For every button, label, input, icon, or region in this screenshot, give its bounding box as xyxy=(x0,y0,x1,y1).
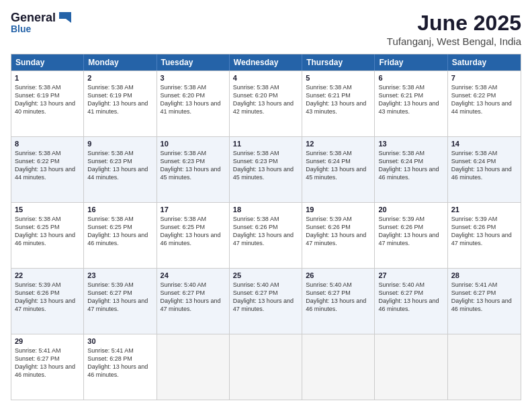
calendar-cell-2-7: 14 Sunrise: 5:38 AMSunset: 6:24 PMDaylig… xyxy=(448,137,521,202)
cell-info: Sunrise: 5:38 AMSunset: 6:23 PMDaylight:… xyxy=(233,150,294,181)
calendar-body: 1 Sunrise: 5:38 AMSunset: 6:19 PMDayligh… xyxy=(11,71,521,400)
cell-info: Sunrise: 5:38 AMSunset: 6:21 PMDaylight:… xyxy=(306,84,366,115)
calendar-cell-2-1: 8 Sunrise: 5:38 AMSunset: 6:22 PMDayligh… xyxy=(11,137,84,202)
day-number: 30 xyxy=(87,337,152,345)
header-friday: Friday xyxy=(375,54,447,71)
cell-info: Sunrise: 5:38 AMSunset: 6:26 PMDaylight:… xyxy=(233,216,294,246)
cell-info: Sunrise: 5:38 AMSunset: 6:25 PMDaylight:… xyxy=(15,216,75,246)
header-thursday: Thursday xyxy=(302,54,375,71)
day-number: 26 xyxy=(306,271,371,279)
day-number: 24 xyxy=(161,271,226,279)
day-number: 28 xyxy=(451,271,517,279)
day-number: 27 xyxy=(378,271,443,279)
calendar-cell-1-1: 1 Sunrise: 5:38 AMSunset: 6:19 PMDayligh… xyxy=(11,71,84,136)
calendar-cell-4-3: 24 Sunrise: 5:40 AMSunset: 6:27 PMDaylig… xyxy=(157,269,230,334)
calendar-cell-3-5: 19 Sunrise: 5:39 AMSunset: 6:26 PMDaylig… xyxy=(302,203,375,268)
calendar-header: SundayMondayTuesdayWednesdayThursdayFrid… xyxy=(11,54,521,71)
month-title: June 2025 xyxy=(387,11,521,36)
calendar-cell-2-2: 9 Sunrise: 5:38 AMSunset: 6:23 PMDayligh… xyxy=(84,137,157,202)
cell-info: Sunrise: 5:40 AMSunset: 6:27 PMDaylight:… xyxy=(378,281,439,312)
day-number: 22 xyxy=(15,271,80,279)
calendar-cell-1-7: 7 Sunrise: 5:38 AMSunset: 6:22 PMDayligh… xyxy=(448,71,521,136)
cell-info: Sunrise: 5:39 AMSunset: 6:26 PMDaylight:… xyxy=(451,216,512,246)
calendar-cell-3-2: 16 Sunrise: 5:38 AMSunset: 6:25 PMDaylig… xyxy=(84,203,157,268)
day-number: 10 xyxy=(161,140,226,148)
calendar-cell-3-4: 18 Sunrise: 5:38 AMSunset: 6:26 PMDaylig… xyxy=(230,203,302,268)
calendar-cell-2-6: 13 Sunrise: 5:38 AMSunset: 6:24 PMDaylig… xyxy=(375,137,447,202)
header: General Blue June 2025 Tufanganj, West B… xyxy=(11,11,521,47)
calendar-cell-1-6: 6 Sunrise: 5:38 AMSunset: 6:21 PMDayligh… xyxy=(375,71,447,136)
day-number: 1 xyxy=(15,74,80,82)
cell-info: Sunrise: 5:38 AMSunset: 6:24 PMDaylight:… xyxy=(451,150,512,181)
header-monday: Monday xyxy=(84,54,157,71)
day-number: 23 xyxy=(87,271,152,279)
calendar-cell-3-7: 21 Sunrise: 5:39 AMSunset: 6:26 PMDaylig… xyxy=(448,203,521,268)
cell-info: Sunrise: 5:38 AMSunset: 6:22 PMDaylight:… xyxy=(451,84,512,115)
cell-info: Sunrise: 5:40 AMSunset: 6:27 PMDaylight:… xyxy=(233,281,294,312)
day-number: 5 xyxy=(306,74,371,82)
calendar-cell-4-2: 23 Sunrise: 5:39 AMSunset: 6:27 PMDaylig… xyxy=(84,269,157,334)
cell-info: Sunrise: 5:41 AMSunset: 6:28 PMDaylight:… xyxy=(87,347,148,378)
day-number: 18 xyxy=(233,205,298,214)
calendar-cell-1-4: 4 Sunrise: 5:38 AMSunset: 6:20 PMDayligh… xyxy=(230,71,302,136)
day-number: 25 xyxy=(233,271,298,279)
calendar: SundayMondayTuesdayWednesdayThursdayFrid… xyxy=(11,54,521,400)
cell-info: Sunrise: 5:39 AMSunset: 6:27 PMDaylight:… xyxy=(87,281,148,312)
cell-info: Sunrise: 5:38 AMSunset: 6:25 PMDaylight:… xyxy=(87,216,148,246)
calendar-cell-4-7: 28 Sunrise: 5:41 AMSunset: 6:27 PMDaylig… xyxy=(448,269,521,334)
cell-info: Sunrise: 5:41 AMSunset: 6:27 PMDaylight:… xyxy=(15,347,75,378)
logo-general: General xyxy=(11,11,56,25)
svg-marker-1 xyxy=(66,19,71,23)
day-number: 6 xyxy=(378,74,443,82)
calendar-cell-5-2: 30 Sunrise: 5:41 AMSunset: 6:28 PMDaylig… xyxy=(84,334,157,400)
day-number: 4 xyxy=(233,74,298,82)
cell-info: Sunrise: 5:38 AMSunset: 6:20 PMDaylight:… xyxy=(233,84,294,115)
calendar-cell-5-4 xyxy=(230,334,302,400)
cell-info: Sunrise: 5:38 AMSunset: 6:22 PMDaylight:… xyxy=(15,150,75,181)
calendar-cell-5-5 xyxy=(302,334,375,400)
cell-info: Sunrise: 5:38 AMSunset: 6:24 PMDaylight:… xyxy=(306,150,366,181)
cell-info: Sunrise: 5:38 AMSunset: 6:19 PMDaylight:… xyxy=(87,84,148,115)
calendar-cell-2-5: 12 Sunrise: 5:38 AMSunset: 6:24 PMDaylig… xyxy=(302,137,375,202)
calendar-cell-4-6: 27 Sunrise: 5:40 AMSunset: 6:27 PMDaylig… xyxy=(375,269,447,334)
day-number: 11 xyxy=(233,140,298,148)
calendar-row-2: 8 Sunrise: 5:38 AMSunset: 6:22 PMDayligh… xyxy=(11,136,521,202)
calendar-cell-3-3: 17 Sunrise: 5:38 AMSunset: 6:25 PMDaylig… xyxy=(157,203,230,268)
day-number: 17 xyxy=(161,205,226,214)
day-number: 3 xyxy=(161,74,226,82)
day-number: 14 xyxy=(451,140,517,148)
logo-flag-icon xyxy=(56,12,71,23)
day-number: 7 xyxy=(451,74,517,82)
day-number: 16 xyxy=(87,205,152,214)
page: General Blue June 2025 Tufanganj, West B… xyxy=(0,0,532,411)
calendar-cell-3-6: 20 Sunrise: 5:39 AMSunset: 6:26 PMDaylig… xyxy=(375,203,447,268)
header-wednesday: Wednesday xyxy=(230,54,302,71)
logo: General Blue xyxy=(11,11,71,34)
title-block: June 2025 Tufanganj, West Bengal, India xyxy=(387,11,521,47)
day-number: 8 xyxy=(15,140,80,148)
calendar-cell-4-1: 22 Sunrise: 5:39 AMSunset: 6:26 PMDaylig… xyxy=(11,269,84,334)
cell-info: Sunrise: 5:40 AMSunset: 6:27 PMDaylight:… xyxy=(161,281,221,312)
day-number: 20 xyxy=(378,205,443,214)
cell-info: Sunrise: 5:41 AMSunset: 6:27 PMDaylight:… xyxy=(451,281,512,312)
calendar-cell-3-1: 15 Sunrise: 5:38 AMSunset: 6:25 PMDaylig… xyxy=(11,203,84,268)
cell-info: Sunrise: 5:39 AMSunset: 6:26 PMDaylight:… xyxy=(378,216,439,246)
day-number: 19 xyxy=(306,205,371,214)
calendar-cell-4-4: 25 Sunrise: 5:40 AMSunset: 6:27 PMDaylig… xyxy=(230,269,302,334)
calendar-row-4: 22 Sunrise: 5:39 AMSunset: 6:26 PMDaylig… xyxy=(11,268,521,334)
cell-info: Sunrise: 5:38 AMSunset: 6:19 PMDaylight:… xyxy=(15,84,75,115)
cell-info: Sunrise: 5:38 AMSunset: 6:21 PMDaylight:… xyxy=(378,84,439,115)
calendar-cell-5-3 xyxy=(157,334,230,400)
cell-info: Sunrise: 5:38 AMSunset: 6:23 PMDaylight:… xyxy=(87,150,148,181)
cell-info: Sunrise: 5:38 AMSunset: 6:23 PMDaylight:… xyxy=(161,150,221,181)
calendar-cell-4-5: 26 Sunrise: 5:40 AMSunset: 6:27 PMDaylig… xyxy=(302,269,375,334)
day-number: 2 xyxy=(87,74,152,82)
day-number: 21 xyxy=(451,205,517,214)
calendar-row-3: 15 Sunrise: 5:38 AMSunset: 6:25 PMDaylig… xyxy=(11,202,521,268)
cell-info: Sunrise: 5:38 AMSunset: 6:20 PMDaylight:… xyxy=(161,84,221,115)
cell-info: Sunrise: 5:39 AMSunset: 6:26 PMDaylight:… xyxy=(306,216,366,246)
calendar-cell-1-3: 3 Sunrise: 5:38 AMSunset: 6:20 PMDayligh… xyxy=(157,71,230,136)
calendar-cell-2-3: 10 Sunrise: 5:38 AMSunset: 6:23 PMDaylig… xyxy=(157,137,230,202)
day-number: 15 xyxy=(15,205,80,214)
cell-info: Sunrise: 5:38 AMSunset: 6:24 PMDaylight:… xyxy=(378,150,439,181)
